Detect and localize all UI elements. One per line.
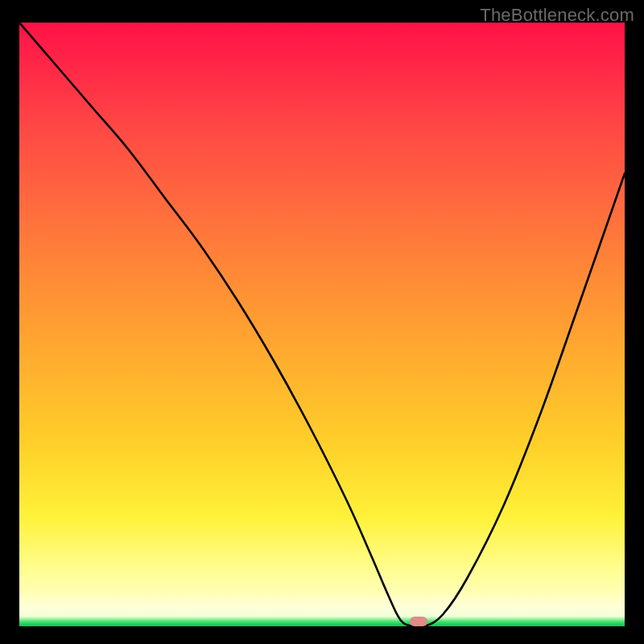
plot-area xyxy=(19,23,625,626)
bottleneck-curve xyxy=(19,23,625,626)
chart-frame: TheBottleneck.com xyxy=(0,0,644,644)
optimum-marker xyxy=(410,617,427,626)
watermark-text: TheBottleneck.com xyxy=(480,5,634,26)
